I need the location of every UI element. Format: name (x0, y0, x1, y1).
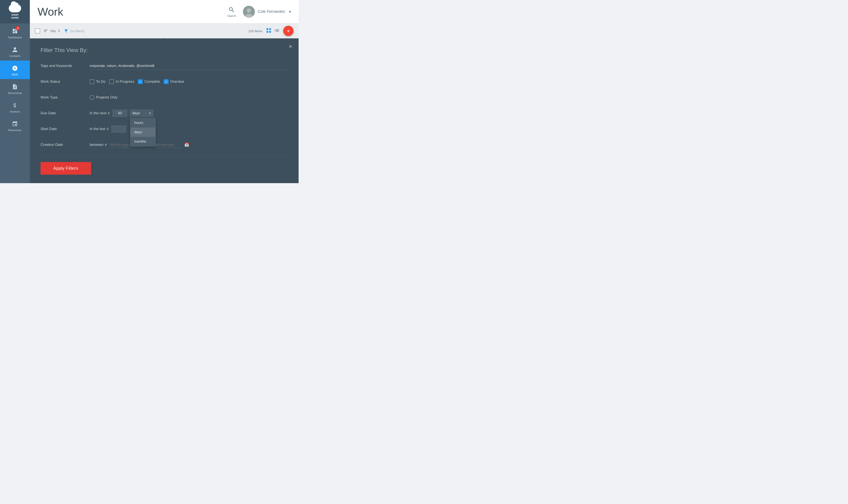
worktype-projects-only[interactable]: Projects Only (90, 95, 118, 100)
status-complete[interactable]: Complete (138, 79, 160, 84)
duedate-period-select[interactable]: In the next (90, 111, 110, 115)
avatar (243, 6, 255, 18)
duedate-value-input[interactable] (112, 110, 127, 117)
logo-cloud-icon (9, 4, 21, 12)
user-dropdown-chevron: ▾ (289, 10, 291, 14)
creationdate-label: Creation Date (40, 143, 90, 147)
projects-only-radio[interactable] (90, 95, 94, 100)
filter-panel: × Filter This View By: Tags and Keywords… (30, 38, 299, 183)
duedate-unit-dropdown: hours days months (130, 118, 156, 146)
overdue-label: Overdue (170, 79, 184, 84)
todo-checkbox[interactable] (90, 79, 94, 84)
unit-option-hours[interactable]: hours (130, 118, 156, 127)
startdate-value-input[interactable] (111, 125, 126, 132)
sidebar-item-dashboard[interactable]: 3 Dashboard (0, 23, 30, 42)
grid-view-button[interactable] (266, 28, 272, 34)
list-view-button[interactable] (274, 28, 280, 34)
creationdate-filter-row: Creation Date berween 📅 and (40, 140, 288, 149)
tags-filter-row: Tags and Keywords (40, 61, 288, 71)
logo[interactable]: smart center (0, 0, 30, 23)
sort-label: Title (50, 29, 56, 33)
startdate-period-arrows (107, 128, 109, 130)
toolbar: Title ⇕ (no filters) 120 Items (30, 23, 299, 38)
duedate-period-arrows (108, 112, 110, 114)
creationdate-between-label: berween (90, 143, 103, 147)
filter-arrow-indicator (160, 38, 169, 43)
add-button[interactable]: + (283, 26, 294, 36)
status-options: To Do In Progress Complete Overdue (90, 79, 288, 84)
search-label: Search (227, 14, 236, 17)
filter-divider (40, 156, 288, 156)
filter-icon (64, 29, 69, 33)
status-inprogress[interactable]: In Progress (109, 79, 134, 84)
duedate-content: In the next days (90, 110, 288, 117)
tags-input[interactable] (90, 62, 288, 70)
search-button[interactable]: Search (227, 6, 236, 17)
creationdate-period-arrows (105, 143, 107, 146)
startdate-period-down (107, 129, 109, 130)
inprogress-label: In Progress (116, 79, 134, 84)
creation-date2-calendar-icon[interactable]: 📅 (184, 142, 189, 147)
sidebar-item-documents[interactable]: Documents (0, 79, 30, 98)
startdate-period-up (107, 128, 109, 129)
startdate-period-label: In the last (90, 127, 105, 131)
items-count: 120 Items (248, 29, 262, 33)
resources-label: Resources (8, 129, 21, 132)
startdate-period-select[interactable]: In the last (90, 127, 109, 131)
documents-icon (12, 84, 18, 90)
worktype-options: Projects Only (90, 95, 288, 100)
dashboard-badge: 3 (16, 26, 20, 30)
startdate-content: In the last (90, 125, 288, 132)
status-label: Work Status (40, 79, 90, 84)
unit-option-days[interactable]: days (130, 127, 156, 137)
sidebar-item-invoices[interactable]: Invoices (0, 98, 30, 116)
filter-button[interactable]: (no filters) (64, 29, 85, 33)
duedate-label: Due Date (40, 111, 90, 115)
select-all-checkbox[interactable] (35, 28, 40, 34)
sidebar-item-contacts[interactable]: Contacts (0, 42, 30, 60)
user-name: Cole Fernandez (258, 10, 285, 14)
duedate-unit-select[interactable]: days hours days months (130, 110, 153, 117)
worktype-label: Work Type (40, 95, 90, 100)
status-overdue[interactable]: Overdue (164, 79, 184, 84)
period-down-arrow (108, 113, 110, 114)
documents-label: Documents (8, 91, 22, 95)
unit-down-arrow (149, 113, 151, 114)
invoices-label: Invoices (10, 110, 20, 113)
period-up-arrow (108, 112, 110, 113)
resources-icon-area (11, 120, 19, 128)
inprogress-checkbox[interactable] (109, 79, 114, 84)
sort-arrows: ⇕ (57, 29, 60, 33)
status-todo[interactable]: To Do (90, 79, 105, 84)
sidebar-item-work[interactable]: Work (0, 60, 30, 79)
creationdate-period-select[interactable]: berween (90, 143, 107, 147)
work-label: Work (12, 73, 18, 76)
creation-date2-wrap: 📅 (155, 142, 189, 148)
overdue-checkbox[interactable] (164, 79, 169, 84)
complete-checkbox[interactable] (138, 79, 143, 84)
user-menu[interactable]: Cole Fernandez ▾ (243, 6, 291, 18)
work-icon (12, 65, 18, 71)
todo-label: To Do (96, 79, 105, 84)
invoices-icon-area (11, 102, 19, 109)
logo-text: smart center (11, 13, 19, 19)
sidebar: smart center 3 Dashboard Contacts (0, 0, 30, 183)
sort-button[interactable]: Title ⇕ (43, 29, 60, 33)
creation-date2-input[interactable] (155, 142, 182, 148)
work-icon-area (11, 65, 19, 72)
close-button[interactable]: × (289, 43, 292, 50)
sidebar-item-resources[interactable]: Resources (0, 116, 30, 135)
search-icon (228, 6, 236, 14)
startdate-filter-row: Start Date In the last (40, 124, 288, 134)
documents-icon-area (11, 83, 19, 91)
duedate-filter-row: Due Date In the next days (40, 109, 288, 118)
dashboard-label: Dashboard (8, 36, 22, 39)
unit-option-months[interactable]: months (130, 137, 156, 146)
invoices-icon (12, 102, 18, 108)
dashboard-icon-area: 3 (11, 27, 19, 35)
contacts-icon (12, 47, 18, 53)
svg-point-1 (247, 8, 251, 13)
duedate-period-label: In the next (90, 111, 106, 115)
tags-label: Tags and Keywords (40, 64, 90, 68)
apply-filters-button[interactable]: Apply Filters (40, 162, 91, 175)
